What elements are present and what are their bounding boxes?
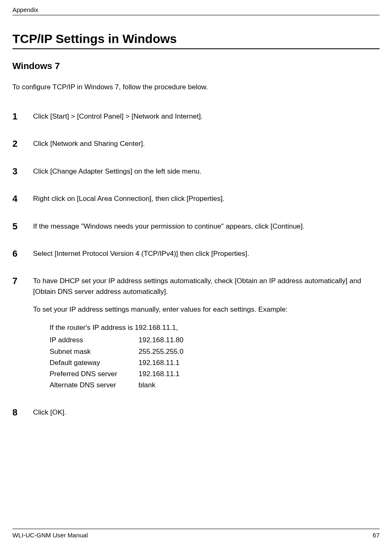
example-value: 255.255.255.0 [139, 346, 380, 357]
example-row: Subnet mask 255.255.255.0 [50, 346, 380, 357]
example-value: 192.168.11.80 [139, 334, 380, 346]
step-text: If the message "Windows needs your permi… [33, 221, 380, 232]
step-5: 5 If the message "Windows needs your per… [12, 221, 380, 232]
step-number: 2 [12, 138, 33, 149]
step-number: 4 [12, 193, 33, 204]
example-label: Subnet mask [50, 346, 139, 357]
intro-paragraph: To configure TCP/IP in Windows 7, follow… [12, 83, 380, 91]
step-number: 5 [12, 221, 33, 232]
footer-page-number: 67 [373, 532, 380, 539]
page-footer: WLI-UC-GNM User Manual 67 [12, 529, 380, 539]
example-label: Preferred DNS server [50, 368, 139, 379]
step-3: 3 Click [Change Adapter Settings] on the… [12, 166, 380, 177]
step-text: To have DHCP set your IP address setting… [33, 276, 380, 391]
step-text: Select [Internet Protocol Version 4 (TCP… [33, 248, 380, 259]
step-1: 1 Click [Start] > [Control Panel] > [Net… [12, 111, 380, 122]
example-row: Default gateway 192.168.11.1 [50, 357, 380, 368]
step-2: 2 Click [Network and Sharing Center]. [12, 138, 380, 149]
example-table: IP address 192.168.11.80 Subnet mask 255… [50, 334, 380, 391]
example-value: 192.168.11.1 [139, 357, 380, 368]
step-text: Click [OK]. [33, 407, 380, 418]
example-router-line: If the router's IP address is 192.168.11… [50, 322, 380, 333]
footer-manual-name: WLI-UC-GNM User Manual [12, 532, 88, 539]
header-section: Appendix [12, 6, 38, 13]
step-number: 1 [12, 111, 33, 122]
example-label: Alternate DNS server [50, 379, 139, 391]
example-value: blank [139, 379, 380, 391]
example-label: IP address [50, 334, 139, 346]
example-label: Default gateway [50, 357, 139, 368]
example-value: 192.168.11.1 [139, 368, 380, 379]
step-number: 7 [12, 276, 33, 286]
step-number: 6 [12, 248, 33, 259]
step-number: 3 [12, 166, 33, 177]
step-7-manual-intro: To set your IP address settings manually… [33, 304, 380, 315]
step-text: Click [Network and Sharing Center]. [33, 138, 380, 149]
step-7: 7 To have DHCP set your IP address setti… [12, 276, 380, 391]
example-row: IP address 192.168.11.80 [50, 334, 380, 346]
step-4: 4 Right click on [Local Area Connection]… [12, 193, 380, 204]
step-number: 8 [12, 407, 33, 418]
step-text: Click [Start] > [Control Panel] > [Netwo… [33, 111, 380, 122]
step-8: 8 Click [OK]. [12, 407, 380, 418]
step-6: 6 Select [Internet Protocol Version 4 (T… [12, 248, 380, 259]
page-header: Appendix [12, 6, 380, 15]
step-7-main: To have DHCP set your IP address setting… [33, 276, 380, 297]
step-text: Right click on [Local Area Connection], … [33, 193, 380, 204]
page-title: TCP/IP Settings in Windows [12, 32, 380, 49]
step-text: Click [Change Adapter Settings] on the l… [33, 166, 380, 177]
page-subtitle: Windows 7 [12, 61, 380, 72]
example-row: Alternate DNS server blank [50, 379, 380, 391]
example-row: Preferred DNS server 192.168.11.1 [50, 368, 380, 379]
